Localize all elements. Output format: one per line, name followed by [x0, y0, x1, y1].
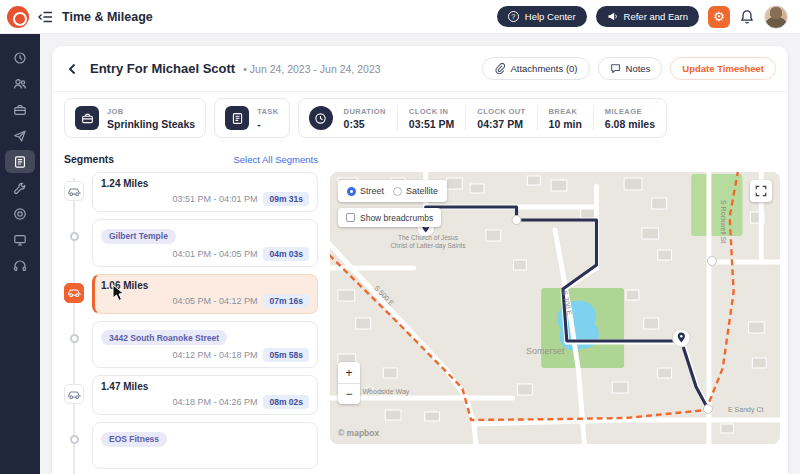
route-node [512, 216, 521, 225]
car-icon-highlighted [64, 283, 84, 303]
headset-icon [13, 259, 27, 273]
segment-row: 1.24 Miles 03:51 PM - 04:01 PM 09m 31s [64, 172, 318, 212]
radio-icon [393, 187, 402, 196]
time-stats-card: DURATION 0:35 CLOCK IN 03:51 PM CLOCK OU… [298, 98, 667, 138]
sidebar [0, 34, 40, 474]
checkbox-icon [346, 213, 355, 222]
segment-card-stop-1[interactable]: Gilbert Temple 04:01 PM - 04:05 PM 04m 0… [92, 219, 318, 267]
job-value: Sprinkling Steaks [107, 118, 195, 130]
summary-row: JOB Sprinkling Steaks TASK - DURATION 0:… [64, 98, 776, 138]
zoom-control: + − [338, 362, 360, 404]
gear-icon: ⚙ [713, 10, 725, 23]
car-icon [64, 384, 84, 404]
users-icon [13, 77, 27, 91]
zoom-out-button[interactable]: − [338, 383, 360, 404]
app-logo[interactable] [7, 6, 29, 28]
target-icon [13, 207, 27, 221]
route-node [366, 387, 373, 394]
sidebar-item-announcements[interactable] [5, 124, 35, 147]
map-canvas[interactable]: The Church of Jesus Christ of Latter-day… [330, 172, 780, 444]
mapbox-attribution: © mapbox [338, 428, 379, 438]
stop-dot-icon [70, 435, 79, 444]
chevron-left-icon [66, 62, 80, 76]
sidebar-toggle-icon[interactable] [38, 11, 53, 23]
segment-card-drive-3[interactable]: 1.47 Miles 04:18 PM - 04:26 PM 08m 02s [92, 375, 318, 415]
stat-mileage: MILEAGE 6.08 miles [594, 107, 666, 130]
fullscreen-button[interactable] [750, 180, 772, 202]
update-timesheet-label: Update Timesheet [682, 63, 764, 74]
sidebar-item-goals[interactable] [5, 202, 35, 225]
attachments-label: Attachments (0) [510, 63, 577, 74]
top-bar: Time & Mileage ? Help Center Refer and E… [0, 0, 800, 34]
sidebar-item-time-mileage[interactable] [5, 150, 35, 173]
segment-card-stop-3[interactable]: EOS Fitness [92, 422, 318, 469]
send-icon [13, 129, 27, 143]
attachments-button[interactable]: Attachments (0) [482, 57, 589, 80]
segment-time: 04:01 PM - 04:05 PM [172, 249, 257, 259]
briefcase-icon [13, 103, 27, 117]
page-header: Entry For Michael Scott • Jun 24, 2023 -… [52, 46, 788, 92]
job-label: JOB [107, 107, 195, 116]
notes-button[interactable]: Notes [598, 57, 663, 80]
sidebar-item-support[interactable] [5, 254, 35, 277]
update-timesheet-button[interactable]: Update Timesheet [670, 57, 776, 80]
stats-clock-icon [309, 106, 333, 130]
main-panel: Entry For Michael Scott • Jun 24, 2023 -… [52, 46, 788, 474]
segment-row: 1.47 Miles 04:18 PM - 04:26 PM 08m 02s [64, 375, 318, 415]
paperclip-icon [494, 63, 505, 74]
breadcrumbs-label: Show breadcrumbs [360, 213, 433, 223]
segment-row: 1.06 Miles 04:05 PM - 04:12 PM 07m 16s [64, 274, 318, 314]
duration-badge: 08m 02s [263, 395, 309, 409]
stat-clock-out: CLOCK OUT 04:37 PM [466, 107, 536, 130]
map-pin-end[interactable] [672, 329, 690, 347]
segment-time: 04:18 PM - 04:26 PM [172, 397, 257, 407]
layer-satellite-label: Satellite [406, 186, 438, 196]
segments-list: 1.24 Miles 03:51 PM - 04:01 PM 09m 31s G… [64, 172, 318, 474]
show-breadcrumbs-toggle[interactable]: Show breadcrumbs [338, 208, 441, 227]
stat-break: BREAK 10 min [538, 107, 593, 130]
zoom-in-button[interactable]: + [338, 362, 360, 383]
route-node [707, 257, 716, 266]
segment-card-drive-2-selected[interactable]: 1.06 Miles 04:05 PM - 04:12 PM 07m 16s [92, 274, 318, 314]
stop-dot-icon [70, 232, 79, 241]
notifications-bell-button[interactable] [739, 9, 755, 25]
task-card: TASK - [214, 98, 289, 138]
page-title: Entry For Michael Scott [90, 61, 235, 76]
wrench-icon [13, 181, 27, 195]
location-pill: 3442 South Roanoke Street [101, 330, 227, 345]
location-pill: EOS Fitness [101, 432, 167, 447]
refer-earn-label: Refer and Earn [624, 11, 688, 22]
sidebar-item-time-clock[interactable] [5, 46, 35, 69]
job-briefcase-icon [75, 106, 99, 130]
bell-icon [739, 9, 755, 25]
settings-gear-button[interactable]: ⚙ [708, 6, 730, 28]
duration-badge: 05m 58s [263, 348, 309, 362]
map-layer-toggle: Street Satellite [338, 180, 447, 202]
sidebar-item-devices[interactable] [5, 228, 35, 251]
back-button[interactable] [64, 62, 82, 76]
segment-card-stop-2[interactable]: 3442 South Roanoke Street 04:12 PM - 04:… [92, 321, 318, 369]
date-range: • Jun 24, 2023 - Jun 24, 2023 [243, 63, 380, 75]
monitor-icon [13, 233, 27, 247]
segment-time: 03:51 PM - 04:01 PM [172, 194, 257, 204]
segments-heading: Segments [64, 153, 114, 165]
select-all-link[interactable]: Select All Segments [234, 154, 319, 165]
segment-card-drive-1[interactable]: 1.24 Miles 03:51 PM - 04:01 PM 09m 31s [92, 172, 318, 212]
job-card: JOB Sprinkling Steaks [64, 98, 206, 138]
duration-badge: 07m 16s [263, 294, 309, 308]
content-row: 1.24 Miles 03:51 PM - 04:01 PM 09m 31s G… [64, 172, 780, 474]
layer-satellite-option[interactable]: Satellite [393, 186, 438, 196]
sidebar-item-team[interactable] [5, 72, 35, 95]
sidebar-item-jobs[interactable] [5, 98, 35, 121]
avatar[interactable] [764, 5, 788, 29]
location-pill: Gilbert Temple [101, 229, 176, 244]
segment-row: Gilbert Temple 04:01 PM - 04:05 PM 04m 0… [64, 219, 318, 267]
sidebar-item-tools[interactable] [5, 176, 35, 199]
refer-earn-button[interactable]: Refer and Earn [596, 6, 699, 27]
stat-duration: DURATION 0:35 [333, 107, 397, 130]
help-center-label: Help Center [525, 11, 576, 22]
timesheet-icon [13, 155, 27, 169]
help-center-button[interactable]: ? Help Center [497, 6, 587, 27]
layer-street-option[interactable]: Street [347, 186, 384, 196]
segments-header: Segments Select All Segments [64, 153, 318, 165]
